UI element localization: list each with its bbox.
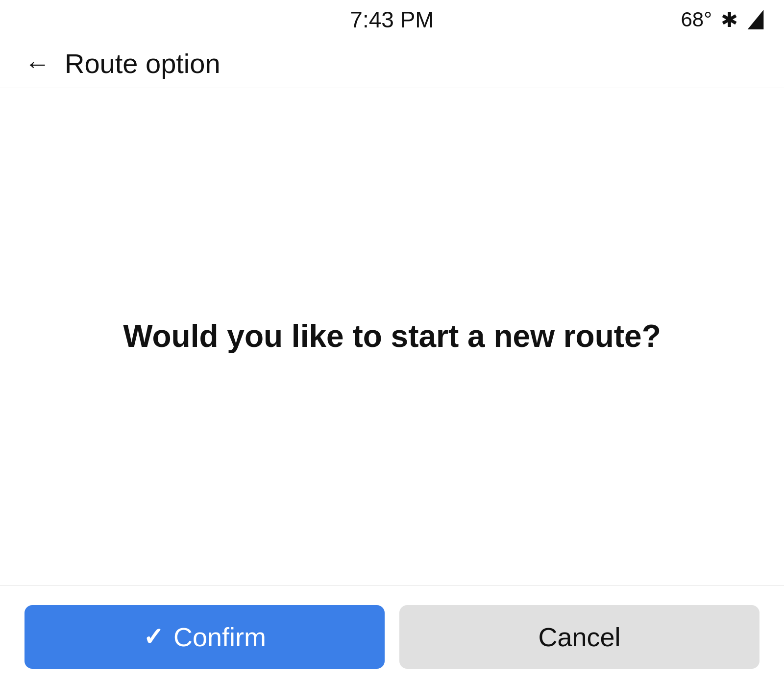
back-button[interactable]: ←: [24, 49, 50, 78]
temperature-display: 68°: [681, 8, 712, 31]
confirm-checkmark: ✓: [143, 623, 164, 651]
bluetooth-icon: ✱: [721, 8, 738, 32]
svg-marker-0: [748, 10, 764, 29]
page-title: Route option: [65, 48, 220, 79]
cancel-button[interactable]: Cancel: [399, 605, 760, 669]
buttons-row: ✓ Confirm Cancel: [0, 585, 784, 683]
status-time: 7:43 PM: [350, 6, 434, 33]
signal-icon: [747, 10, 764, 29]
confirm-label: Confirm: [173, 622, 266, 652]
main-content: Would you like to start a new route?: [0, 88, 784, 585]
cancel-label: Cancel: [538, 622, 620, 652]
page-header: ← Route option: [0, 39, 784, 88]
status-bar: 7:43 PM 68° ✱: [0, 0, 784, 39]
question-text: Would you like to start a new route?: [123, 316, 661, 357]
confirm-button[interactable]: ✓ Confirm: [24, 605, 385, 669]
status-right-icons: 68° ✱: [681, 8, 764, 32]
